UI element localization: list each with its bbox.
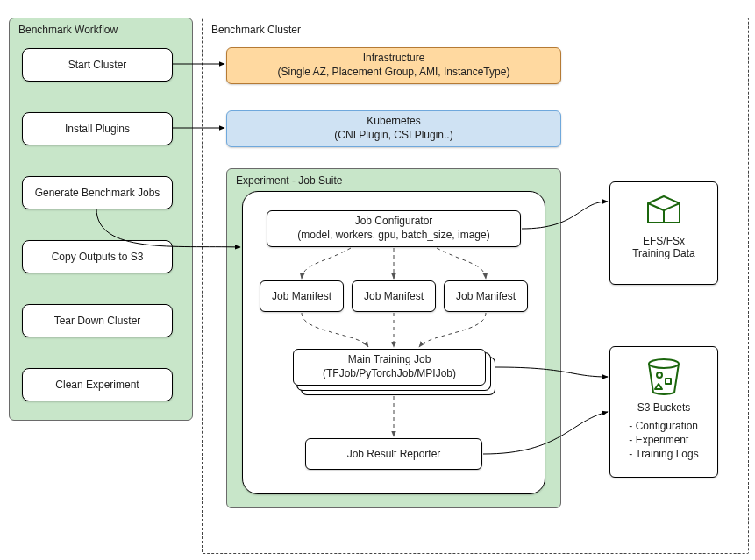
job-manifest-label: Job Manifest (272, 290, 331, 302)
job-configurator-subtitle: (model, workers, gpu, batch_size, image) (297, 229, 489, 243)
cluster-title: Benchmark Cluster (203, 18, 748, 36)
s3-box: S3 Buckets - Configuration - Experiment … (609, 346, 718, 478)
workflow-title: Benchmark Workflow (10, 18, 192, 36)
s3-item: - Training Logs (629, 447, 698, 461)
efs-box: EFS/FSx Training Data (609, 181, 718, 285)
job-manifest-1: Job Manifest (260, 280, 344, 312)
s3-item: - Configuration (629, 419, 698, 433)
k8s-box: Kubernetes (CNI Plugin, CSI Plugin..) (226, 110, 561, 147)
box-icon (645, 193, 683, 228)
wf-step-1: Start Cluster (22, 48, 173, 82)
k8s-subtitle: (CNI Plugin, CSI Plugin..) (334, 129, 452, 143)
wf-step-label: Start Cluster (68, 59, 127, 71)
job-configurator-title: Job Configurator (355, 215, 433, 229)
job-manifest-3: Job Manifest (444, 280, 528, 312)
efs-label: EFS/FSx Training Data (632, 235, 695, 259)
job-manifest-2: Job Manifest (352, 280, 436, 312)
infra-subtitle: (Single AZ, Placement Group, AMI, Instan… (278, 66, 510, 80)
infra-box: Infrastructure (Single AZ, Placement Gro… (226, 47, 561, 84)
bucket-icon (645, 358, 682, 396)
job-result-reporter: Job Result Reporter (305, 438, 482, 470)
reporter-label: Job Result Reporter (347, 448, 441, 460)
main-training-job: Main Training Job (TFJob/PyTorchJob/MPIJ… (293, 349, 486, 386)
svg-point-1 (657, 372, 662, 378)
wf-step-4: Copy Outputs to S3 (22, 240, 173, 273)
k8s-title: Kubernetes (367, 115, 420, 129)
training-job-subtitle: (TFJob/PyTorchJob/MPIJob) (323, 367, 456, 381)
svg-point-0 (649, 359, 679, 368)
wf-step-label: Generate Benchmark Jobs (35, 187, 160, 199)
wf-step-5: Tear Down Cluster (22, 304, 173, 337)
s3-item: - Experiment (629, 433, 698, 447)
wf-step-6: Clean Experiment (22, 368, 173, 401)
wf-step-label: Tear Down Cluster (54, 315, 141, 327)
wf-step-label: Install Plugins (65, 123, 130, 135)
job-manifest-label: Job Manifest (364, 290, 424, 302)
training-job-title: Main Training Job (348, 353, 431, 367)
infra-title: Infrastructure (363, 52, 425, 66)
experiment-title: Experiment - Job Suite (227, 169, 560, 187)
s3-title: S3 Buckets (637, 401, 691, 414)
wf-step-label: Clean Experiment (55, 379, 139, 391)
svg-rect-2 (666, 379, 671, 384)
job-configurator: Job Configurator (model, workers, gpu, b… (267, 210, 521, 247)
wf-step-label: Copy Outputs to S3 (52, 251, 144, 263)
job-manifest-label: Job Manifest (456, 290, 516, 302)
wf-step-2: Install Plugins (22, 112, 173, 145)
wf-step-3: Generate Benchmark Jobs (22, 176, 173, 209)
s3-list: - Configuration - Experiment - Training … (629, 419, 698, 462)
